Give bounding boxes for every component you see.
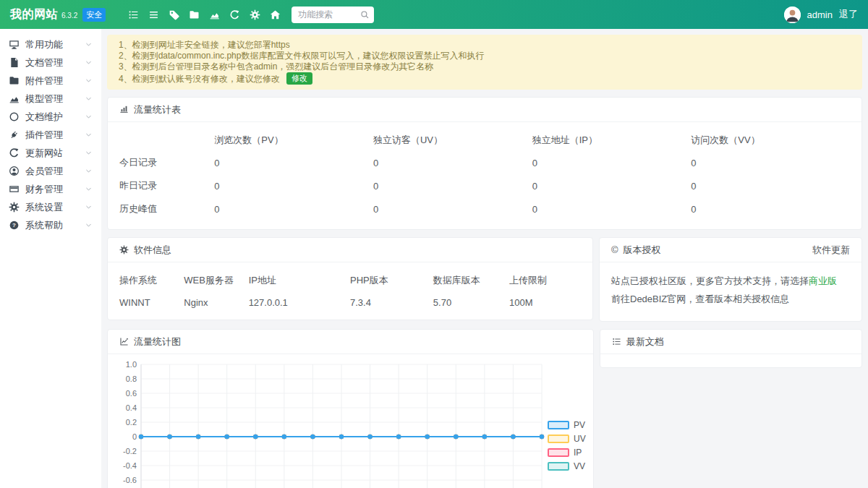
modify-account-button[interactable]: 修改 — [286, 72, 312, 85]
traffic-table: 浏览次数（PV） 独立访客（UV） 独立地址（IP） 访问次数（VV） 今日记录… — [119, 127, 850, 221]
menu-bars-icon[interactable] — [148, 5, 160, 24]
col-header: PHP版本 — [350, 267, 433, 291]
bar-chart-icon — [119, 105, 129, 114]
topbar-user-area: admin 退了 — [784, 7, 858, 23]
gears-icon — [119, 245, 129, 254]
traffic-chart-panel: 流量统计图 1.00.80.60.40.20-0.2-0.4-0.6-0.8-1… — [107, 329, 594, 488]
sidebar-item-label: 更新网站 — [25, 147, 63, 160]
svg-text:-0.6: -0.6 — [123, 476, 137, 484]
cell-value: 0 — [532, 197, 692, 221]
sidebar-item-document-maintenance[interactable]: 文档维护 — [0, 108, 101, 126]
software-update-link[interactable]: 软件更新 — [812, 244, 850, 257]
copyright-icon: © — [611, 245, 618, 254]
cell-value: 0 — [214, 197, 373, 221]
credit-card-icon — [9, 184, 20, 194]
sidebar-item-document-management[interactable]: 文档管理 — [0, 53, 101, 72]
legend-swatch — [548, 462, 569, 471]
refresh-icon[interactable] — [229, 5, 241, 24]
legend-label: IP — [574, 448, 582, 458]
traffic-line-chart: 1.00.80.60.40.20-0.2-0.4-0.6-0.8-1.005-2… — [112, 357, 546, 488]
legend-item-uv[interactable]: UV — [548, 434, 586, 444]
cell-value: 0 — [214, 174, 373, 197]
question-icon — [9, 220, 20, 231]
list-icon — [612, 337, 621, 346]
chevron-down-icon — [85, 167, 93, 175]
sidebar-item-update-site[interactable]: 更新网站 — [0, 144, 101, 162]
sidebar-item-plugin-management[interactable]: 插件管理 — [0, 126, 101, 144]
panel-title: 版本授权 — [624, 244, 661, 257]
sidebar-item-label: 插件管理 — [25, 129, 63, 142]
sidebar-item-finance-management[interactable]: 财务管理 — [0, 180, 101, 198]
avatar[interactable] — [784, 7, 801, 23]
gear-icon — [9, 202, 20, 213]
software-info-panel: 软件信息 操作系统 WEB服务器 IP地址 PHP版本 数据库版本 上传限制 — [107, 237, 593, 320]
webserver-value: Nginx — [184, 291, 248, 311]
col-header-vv: 访问次数（VV） — [691, 127, 850, 151]
cell-value: 0 — [691, 197, 850, 221]
sidebar-item-model-management[interactable]: 模型管理 — [0, 90, 101, 108]
sidebar-item-attachment-management[interactable]: 附件管理 — [0, 72, 101, 90]
username[interactable]: admin — [807, 9, 833, 20]
cell-value: 0 — [373, 197, 532, 221]
panel-header: 最新文档 — [600, 330, 861, 354]
sidebar-item-member-management[interactable]: 会员管理 — [0, 162, 101, 180]
topbar-nav — [127, 5, 281, 24]
warning-line: 2、检测到data/common.inc.php数据库配置文件权限可以写入，建议… — [119, 51, 851, 61]
gear-icon[interactable] — [249, 5, 261, 24]
cell-value: 0 — [373, 151, 532, 174]
os-value: WINNT — [119, 291, 184, 311]
license-text: 站点已授权社区版，更多官方技术支持，请选择 — [611, 275, 809, 286]
legend-item-ip[interactable]: IP — [548, 448, 586, 458]
sidebar-item-common-functions[interactable]: 常用功能 — [0, 35, 101, 53]
folder-icon[interactable] — [188, 5, 200, 24]
search-icon[interactable] — [360, 10, 370, 20]
svg-text:0.4: 0.4 — [126, 403, 137, 412]
panel-title: 软件信息 — [134, 244, 171, 257]
table-row: WINNT Nginx 127.0.0.1 7.3.4 5.70 100M — [119, 291, 581, 311]
legend-swatch — [548, 435, 569, 443]
legend-label: VV — [574, 461, 585, 471]
sidebar-item-system-settings[interactable]: 系统设置 — [0, 198, 101, 216]
commercial-edition-link[interactable]: 商业版 — [809, 275, 837, 286]
site-logo[interactable]: 我的网站 6.3.2 — [10, 7, 77, 22]
cell-value: 0 — [532, 151, 692, 174]
col-header: 数据库版本 — [433, 267, 509, 291]
warning-text: 4、检测到默认账号没有修改，建议您修改 — [119, 74, 280, 84]
logout-link[interactable]: 退了 — [839, 8, 858, 21]
sidebar: 常用功能 文档管理 附件管理 模型管理 文档维护 插件管理 更新网站 会员管理 … — [0, 29, 101, 488]
chevron-down-icon — [85, 77, 93, 85]
main-content: 1、检测到网址非安全链接，建议您部署https 2、检测到data/common… — [101, 29, 868, 488]
warning-line: 1、检测到网址非安全链接，建议您部署https — [119, 40, 851, 51]
home-icon[interactable] — [269, 5, 281, 24]
file-icon — [9, 57, 20, 68]
sidebar-item-label: 系统帮助 — [25, 219, 63, 232]
chart-legend: PV UV IP VV — [548, 420, 590, 471]
chart-area-icon[interactable] — [208, 5, 221, 24]
cell-value: 0 — [691, 174, 850, 197]
svg-text:0.2: 0.2 — [126, 418, 137, 427]
legend-label: PV — [574, 420, 585, 430]
sidebar-item-label: 会员管理 — [25, 165, 63, 178]
legend-item-pv[interactable]: PV — [548, 420, 586, 430]
version-label: 6.3.2 — [61, 12, 77, 20]
sidebar-item-label: 常用功能 — [25, 38, 63, 51]
content-list-icon[interactable] — [127, 5, 140, 24]
svg-text:1.0: 1.0 — [126, 360, 137, 369]
svg-text:-0.4: -0.4 — [123, 461, 137, 470]
user-icon — [9, 166, 20, 176]
legend-swatch — [548, 448, 569, 457]
col-header: WEB服务器 — [184, 267, 248, 291]
tag-icon[interactable] — [168, 5, 180, 24]
refresh-icon — [9, 147, 20, 158]
security-badge[interactable]: 安全 — [82, 8, 106, 22]
svg-text:0: 0 — [132, 432, 137, 441]
license-line: 站点已授权社区版，更多官方技术支持，请选择商业版 — [611, 275, 850, 288]
panel-header: 软件信息 — [108, 238, 592, 262]
chart-area-icon — [9, 93, 20, 104]
sidebar-item-system-help[interactable]: 系统帮助 — [0, 216, 101, 234]
col-header: IP地址 — [249, 267, 350, 291]
chevron-down-icon — [85, 185, 93, 193]
legend-item-vv[interactable]: VV — [548, 461, 586, 471]
php-version-value: 7.3.4 — [350, 291, 433, 311]
chevron-down-icon — [85, 40, 93, 48]
